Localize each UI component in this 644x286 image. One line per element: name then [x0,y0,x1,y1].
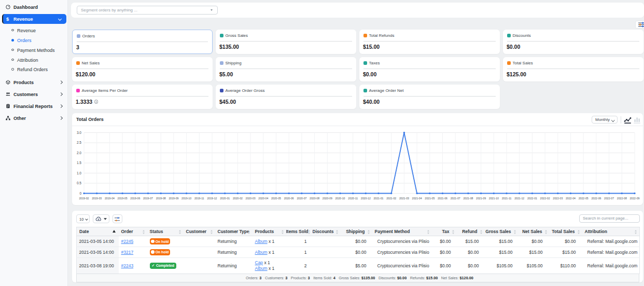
svg-text:2022-08: 2022-08 [617,197,627,200]
svg-text:2020-06: 2020-06 [284,197,294,200]
svg-text:2019-10: 2019-10 [181,197,191,200]
svg-text:2020-07: 2020-07 [297,197,306,200]
svg-text:2021-07: 2021-07 [451,197,460,200]
svg-text:2020-04: 2020-04 [258,197,268,200]
svg-text:2019-05: 2019-05 [118,197,128,200]
svg-text:2019-12: 2019-12 [207,197,217,200]
svg-text:2021-06: 2021-06 [438,197,447,200]
svg-text:2020-02: 2020-02 [233,197,243,200]
svg-text:2019-11: 2019-11 [194,197,204,200]
svg-text:2022-02: 2022-02 [540,197,550,200]
svg-text:2021-09: 2021-09 [476,197,486,200]
svg-text:2020-05: 2020-05 [271,197,281,200]
svg-text:2019-09: 2019-09 [169,197,178,200]
svg-text:2021-04: 2021-04 [412,197,422,200]
svg-text:2019-08: 2019-08 [156,197,166,200]
svg-text:3.0: 3.0 [77,130,81,134]
svg-text:2021-01: 2021-01 [373,197,383,200]
svg-text:2020-08: 2020-08 [310,197,319,200]
svg-text:2020-10: 2020-10 [335,197,345,200]
svg-text:2022-05: 2022-05 [579,197,589,200]
svg-text:2021-05: 2021-05 [425,197,435,200]
svg-text:2.0: 2.0 [77,151,81,154]
svg-text:2022-07: 2022-07 [604,197,614,200]
svg-text:2019-02: 2019-02 [79,197,89,200]
svg-text:2022-01: 2022-01 [527,197,537,200]
svg-text:0: 0 [79,191,81,195]
svg-text:2.5: 2.5 [77,141,81,144]
svg-text:2021-10: 2021-10 [489,197,499,200]
svg-text:2021-02: 2021-02 [386,197,396,200]
svg-text:2022-09: 2022-09 [629,197,639,200]
svg-text:1.0: 1.0 [77,171,81,174]
svg-text:2020-12: 2020-12 [361,197,371,200]
svg-text:2019-07: 2019-07 [143,197,153,200]
svg-text:2020-01: 2020-01 [220,197,230,200]
svg-text:2019-03: 2019-03 [92,197,102,200]
svg-text:2022-04: 2022-04 [566,197,576,200]
svg-text:2022-06: 2022-06 [591,197,601,200]
svg-text:2020-11: 2020-11 [348,197,358,200]
svg-text:2021-11: 2021-11 [502,197,512,200]
svg-text:2020-03: 2020-03 [246,197,256,200]
svg-text:2019-04: 2019-04 [105,197,115,200]
svg-text:0.5: 0.5 [77,181,81,185]
svg-text:2020-09: 2020-09 [323,197,332,200]
svg-text:2019-06: 2019-06 [130,197,140,200]
svg-text:2021-03: 2021-03 [399,197,409,200]
svg-text:2021-12: 2021-12 [514,197,524,200]
svg-text:2021-08: 2021-08 [463,197,473,200]
svg-text:2022-03: 2022-03 [553,197,563,200]
svg-text:1.5: 1.5 [77,161,81,165]
